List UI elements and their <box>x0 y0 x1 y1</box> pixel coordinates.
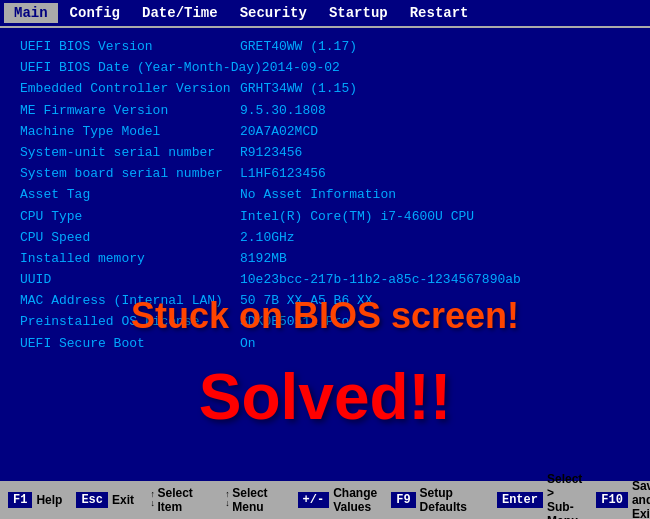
f10-save-exit: F10 Save and Exit <box>596 479 650 519</box>
info-label: System board serial number <box>20 165 240 183</box>
menu-item-datetime[interactable]: Date/Time <box>132 3 228 23</box>
info-row: UEFI BIOS VersionGRET40WW (1.17) <box>20 38 630 56</box>
info-value: GRET40WW (1.17) <box>240 38 630 56</box>
info-label: Machine Type Model <box>20 123 240 141</box>
info-value: 20A7A02MCD <box>240 123 630 141</box>
info-row: Asset TagNo Asset Information <box>20 186 630 204</box>
arrows-select-item: ↑ ↓ Select Item <box>148 486 193 514</box>
info-value: L1HF6123456 <box>240 165 630 183</box>
esc-exit: Esc Exit <box>76 492 134 508</box>
info-label: Installed memory <box>20 250 240 268</box>
menu-item-main[interactable]: Main <box>4 3 58 23</box>
solved-text: Solved!! <box>0 360 650 434</box>
info-row: UEFI BIOS Date (Year-Month-Day)2014-09-0… <box>20 59 630 77</box>
info-label: Embedded Controller Version <box>20 80 240 98</box>
menu-bar: Main Config Date/Time Security Startup R… <box>0 0 650 28</box>
info-label: UEFI Secure Boot <box>20 335 240 353</box>
info-row: Installed memory8192MB <box>20 250 630 268</box>
f1-help: F1 Help <box>8 492 62 508</box>
info-value: GRHT34WW (1.15) <box>240 80 630 98</box>
info-value: 9.5.30.1808 <box>240 102 630 120</box>
info-row: ME Firmware Version9.5.30.1808 <box>20 102 630 120</box>
enter-sub-menu: Enter Select > Sub-Menu <box>497 472 582 519</box>
info-label: UUID <box>20 271 240 289</box>
info-row: UEFI Secure BootOn <box>20 335 630 353</box>
info-label: CPU Speed <box>20 229 240 247</box>
stuck-text: Stuck on BIOS screen! <box>0 295 650 337</box>
info-row: UUID10e23bcc-217b-11b2-a85c-1234567890ab <box>20 271 630 289</box>
info-row: System board serial numberL1HF6123456 <box>20 165 630 183</box>
f9-setup-defaults: F9 Setup Defaults <box>391 486 467 514</box>
info-row: System-unit serial numberR9123456 <box>20 144 630 162</box>
info-row: CPU TypeIntel(R) Core(TM) i7-4600U CPU <box>20 208 630 226</box>
info-row: Machine Type Model20A7A02MCD <box>20 123 630 141</box>
info-value: 2014-09-02 <box>262 59 630 77</box>
info-row: CPU Speed2.10GHz <box>20 229 630 247</box>
arrows-select-menu: ↑ ↓ Select Menu <box>223 486 268 514</box>
info-row: Embedded Controller VersionGRHT34WW (1.1… <box>20 80 630 98</box>
info-value: No Asset Information <box>240 186 630 204</box>
plusminus-change-values: +/- Change Values <box>298 486 378 514</box>
info-label: CPU Type <box>20 208 240 226</box>
info-label: ME Firmware Version <box>20 102 240 120</box>
info-value: R9123456 <box>240 144 630 162</box>
info-label: System-unit serial number <box>20 144 240 162</box>
menu-item-restart[interactable]: Restart <box>400 3 479 23</box>
info-value: On <box>240 335 630 353</box>
info-value: 2.10GHz <box>240 229 630 247</box>
info-label: UEFI BIOS Date (Year-Month-Day) <box>20 59 262 77</box>
info-label: UEFI BIOS Version <box>20 38 240 56</box>
info-value: 8192MB <box>240 250 630 268</box>
menu-item-security[interactable]: Security <box>230 3 317 23</box>
bottom-bar: F1 Help Esc Exit ↑ ↓ Select Item ↑ ↓ Sel… <box>0 481 650 519</box>
menu-item-config[interactable]: Config <box>60 3 130 23</box>
info-value: 10e23bcc-217b-11b2-a85c-1234567890ab <box>240 271 630 289</box>
info-value: Intel(R) Core(TM) i7-4600U CPU <box>240 208 630 226</box>
info-label: Asset Tag <box>20 186 240 204</box>
menu-item-startup[interactable]: Startup <box>319 3 398 23</box>
